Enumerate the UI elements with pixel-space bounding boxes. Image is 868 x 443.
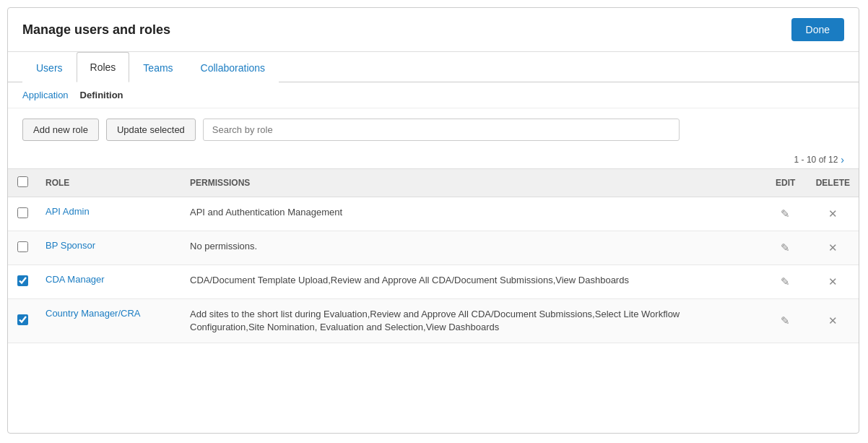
sub-nav: Application Definition: [8, 82, 859, 108]
edit-button-country-manager-cra[interactable]: ✎: [778, 313, 793, 329]
select-all-checkbox[interactable]: [17, 176, 28, 187]
edit-button-cda-manager[interactable]: ✎: [778, 274, 793, 290]
role-link-cda-manager[interactable]: CDA Manager: [45, 274, 105, 285]
delete-button-api-admin[interactable]: ✕: [825, 206, 841, 222]
done-button[interactable]: Done: [791, 18, 844, 41]
toolbar: Add new role Update selected: [8, 108, 859, 151]
sub-nav-definition[interactable]: Definition: [80, 90, 123, 100]
table-row: BP Sponsor No permissions. ✎ ✕: [8, 231, 859, 265]
col-header-delete: DELETE: [807, 169, 859, 197]
permission-text-api-admin: API and Authentication Management: [190, 207, 342, 218]
col-header-permissions: PERMISSIONS: [181, 169, 764, 197]
role-link-bp-sponsor[interactable]: BP Sponsor: [45, 240, 95, 251]
permission-text-country-manager-cra: Add sites to the short list during Evalu…: [190, 309, 680, 332]
row-checkbox-bp-sponsor[interactable]: [17, 241, 28, 252]
delete-button-bp-sponsor[interactable]: ✕: [825, 240, 841, 256]
tab-collaborations[interactable]: Collaborations: [187, 53, 279, 82]
permission-text-bp-sponsor: No permissions.: [190, 241, 257, 251]
add-new-role-button[interactable]: Add new role: [22, 119, 99, 141]
sub-nav-application[interactable]: Application: [22, 90, 69, 100]
delete-button-cda-manager[interactable]: ✕: [825, 274, 841, 290]
tab-teams[interactable]: Teams: [129, 53, 186, 82]
tabs-bar: Users Roles Teams Collaborations: [8, 52, 859, 82]
edit-button-bp-sponsor[interactable]: ✎: [778, 240, 793, 256]
delete-button-country-manager-cra[interactable]: ✕: [825, 313, 841, 329]
col-header-edit: EDIT: [764, 169, 807, 197]
row-checkbox-country-manager-cra[interactable]: [17, 314, 28, 325]
update-selected-button[interactable]: Update selected: [106, 119, 196, 141]
page-title: Manage users and roles: [22, 22, 170, 38]
col-header-role: ROLE: [37, 169, 181, 197]
col-header-check: [8, 169, 37, 197]
permission-text-cda-manager: CDA/Document Template Upload,Review and …: [190, 275, 629, 285]
pagination-next[interactable]: ›: [841, 154, 844, 165]
table-row: CDA Manager CDA/Document Template Upload…: [8, 265, 859, 299]
table-row: Country Manager/CRA Add sites to the sho…: [8, 299, 859, 343]
pagination-row: 1 - 10 of 12 ›: [8, 151, 859, 168]
tab-users[interactable]: Users: [22, 53, 77, 82]
row-checkbox-api-admin[interactable]: [17, 207, 28, 218]
role-link-api-admin[interactable]: API Admin: [45, 206, 90, 217]
edit-button-api-admin[interactable]: ✎: [778, 206, 793, 222]
role-link-country-manager-cra[interactable]: Country Manager/CRA: [45, 308, 141, 319]
search-input[interactable]: [203, 119, 680, 141]
roles-table: ROLE PERMISSIONS EDIT DELETE API Admin A…: [8, 168, 859, 343]
row-checkbox-cda-manager[interactable]: [17, 275, 28, 286]
table-row: API Admin API and Authentication Managem…: [8, 197, 859, 231]
pagination-text: 1 - 10 of 12: [794, 155, 838, 165]
tab-roles[interactable]: Roles: [77, 52, 130, 82]
